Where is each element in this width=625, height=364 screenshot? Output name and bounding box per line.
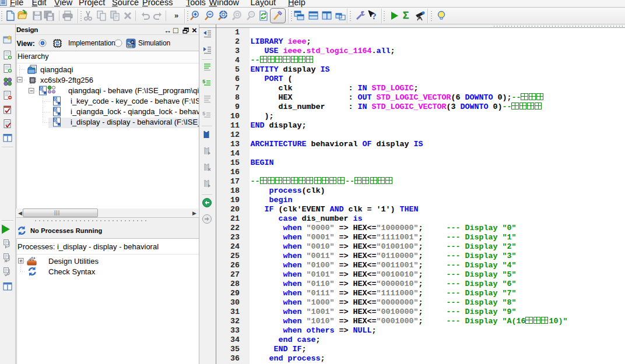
svg-text:?: ? — [372, 12, 377, 21]
svg-text:H: H — [42, 90, 44, 93]
svg-text:H: H — [56, 100, 58, 104]
svg-text:H: H — [56, 111, 58, 114]
svg-text:iSim: iSim — [128, 45, 134, 48]
svg-text:5: 5 — [202, 111, 205, 117]
svg-text:5: 5 — [202, 79, 205, 85]
svg-text:H: H — [56, 121, 58, 125]
